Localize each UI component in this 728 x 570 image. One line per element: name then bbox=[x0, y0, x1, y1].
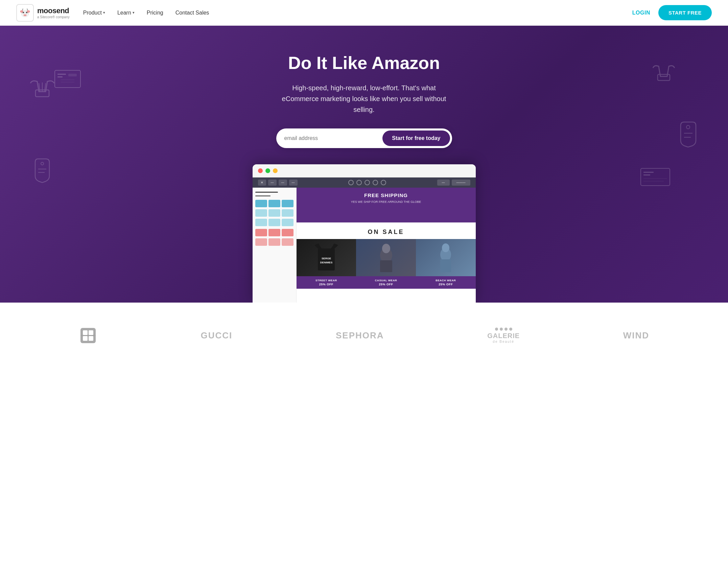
product-image-1: SERGE DENIMES bbox=[297, 239, 356, 276]
product-image-2 bbox=[356, 239, 416, 276]
brand-sephora: SEPHORA bbox=[336, 330, 384, 341]
product-card-2: CASUAL WEAR 25% OFF bbox=[356, 239, 416, 289]
svg-rect-43 bbox=[83, 330, 88, 335]
products-row: SERGE DENIMES STREET WEAR 25% OFF bbox=[297, 239, 476, 289]
email-shipping-title: FREE SHIPPING bbox=[301, 192, 471, 198]
editor-pill-1[interactable]: — bbox=[437, 180, 450, 186]
editor-top-right: — ——— bbox=[437, 180, 470, 186]
sidebar-block[interactable] bbox=[268, 209, 280, 217]
sidebar-row-2 bbox=[255, 209, 293, 217]
sidebar-block-pink[interactable] bbox=[268, 229, 280, 236]
product-card-3: BEACH WEAR 25% OFF bbox=[416, 239, 476, 289]
editor-top-left: ✕ — — — bbox=[258, 180, 298, 186]
svg-rect-46 bbox=[89, 336, 93, 341]
svg-text:DENIMES: DENIMES bbox=[320, 261, 333, 264]
svg-rect-11 bbox=[36, 90, 49, 97]
svg-line-14 bbox=[45, 83, 46, 92]
sidebar-block[interactable] bbox=[268, 200, 280, 207]
logo-sub: a Sitecore® company bbox=[37, 15, 70, 19]
editor-circles bbox=[348, 180, 386, 185]
product-caret-icon: ▾ bbox=[103, 10, 105, 15]
brands-section: GUCCI SEPHORA GALERIE de Beauté WIND bbox=[0, 303, 728, 369]
sidebar-block-pink[interactable] bbox=[282, 229, 293, 236]
sidebar-block-pink-light[interactable] bbox=[255, 238, 267, 246]
product-card-1: SERGE DENIMES STREET WEAR 25% OFF bbox=[297, 239, 356, 289]
svg-point-7 bbox=[27, 10, 30, 13]
svg-rect-37 bbox=[380, 260, 392, 272]
email-sale-title: ON SALE bbox=[297, 222, 476, 239]
editor-active-btn[interactable]: — bbox=[279, 180, 287, 186]
learn-caret-icon: ▾ bbox=[133, 10, 135, 15]
nav-right-actions: LOGIN START FREE bbox=[632, 5, 712, 20]
svg-rect-17 bbox=[57, 76, 63, 77]
nav-pricing[interactable]: Pricing bbox=[147, 10, 163, 16]
sidebar-block[interactable] bbox=[255, 219, 267, 226]
svg-point-8 bbox=[23, 14, 27, 16]
svg-rect-28 bbox=[641, 168, 670, 186]
brand-galerie-sub: de Beauté bbox=[487, 340, 520, 343]
email-shipping-sub: YES WE SHIP FOR FREE ARROUND THE GLOBE bbox=[301, 199, 471, 204]
sidebar-line-1 bbox=[255, 192, 278, 193]
brand-gucci: GUCCI bbox=[201, 330, 233, 341]
nav-learn[interactable]: Learn ▾ bbox=[117, 10, 135, 16]
product-label-2: CASUAL WEAR 25% OFF bbox=[356, 276, 416, 289]
email-preview: FREE SHIPPING YES WE SHIP FOR FREE ARROU… bbox=[297, 188, 476, 303]
sidebar-block[interactable] bbox=[255, 209, 267, 217]
editor-close-btn[interactable]: ✕ bbox=[258, 180, 266, 186]
sidebar-block[interactable] bbox=[255, 200, 267, 207]
editor-circle-1 bbox=[348, 180, 354, 185]
editor-active-btn2[interactable]: — bbox=[289, 180, 298, 186]
editor-pill-2[interactable]: ——— bbox=[452, 180, 470, 186]
product-label-1: STREET WEAR 25% OFF bbox=[297, 276, 356, 289]
sidebar-block-pink-light[interactable] bbox=[268, 238, 280, 246]
sidebar-row-4 bbox=[255, 229, 293, 236]
email-free-shipping-banner: FREE SHIPPING YES WE SHIP FOR FREE ARROU… bbox=[297, 188, 476, 222]
editor-sidebar bbox=[253, 188, 297, 303]
browser-bar bbox=[253, 164, 476, 177]
svg-rect-30 bbox=[643, 174, 650, 175]
sidebar-block-pink[interactable] bbox=[255, 229, 267, 236]
email-signup-form: Start for free today bbox=[276, 128, 452, 148]
sidebar-block[interactable] bbox=[282, 219, 293, 226]
svg-point-38 bbox=[382, 244, 390, 253]
svg-point-10 bbox=[25, 15, 26, 16]
browser-close-dot bbox=[258, 168, 263, 173]
email-input[interactable] bbox=[284, 132, 383, 145]
product-label-3: BEACH WEAR 25% OFF bbox=[416, 276, 476, 289]
hero-section: Do It Like Amazon High-speed, high-rewar… bbox=[0, 26, 728, 303]
sidebar-block[interactable] bbox=[282, 209, 293, 217]
editor-body: FREE SHIPPING YES WE SHIP FOR FREE ARROU… bbox=[253, 188, 476, 303]
logo-icon bbox=[16, 4, 34, 22]
editor-circle-3 bbox=[365, 180, 370, 185]
sidebar-row-5 bbox=[255, 238, 293, 246]
login-button[interactable]: LOGIN bbox=[632, 10, 650, 16]
product-image-3 bbox=[416, 239, 476, 276]
hero-headline: Do It Like Amazon bbox=[0, 53, 728, 73]
editor-minus-btn[interactable]: — bbox=[268, 180, 277, 186]
svg-point-6 bbox=[20, 10, 23, 13]
logo[interactable]: moosend a Sitecore® company bbox=[16, 4, 70, 22]
nav-product[interactable]: Product ▾ bbox=[83, 10, 105, 16]
svg-line-12 bbox=[39, 83, 40, 92]
svg-point-9 bbox=[24, 15, 25, 16]
sidebar-block-pink-light[interactable] bbox=[282, 238, 293, 246]
svg-point-22 bbox=[686, 125, 690, 129]
sidebar-row-1 bbox=[255, 200, 293, 207]
editor-circle-5 bbox=[381, 180, 386, 185]
email-editor-mockup: ✕ — — — — ——— bbox=[253, 164, 476, 303]
svg-rect-18 bbox=[68, 74, 77, 76]
browser-frame: ✕ — — — — ——— bbox=[253, 164, 476, 303]
cta-button[interactable]: Start for free today bbox=[382, 130, 450, 146]
nav-contact-sales[interactable]: Contact Sales bbox=[175, 10, 209, 16]
sidebar-block[interactable] bbox=[268, 219, 280, 226]
nav-links: Product ▾ Learn ▾ Pricing Contact Sales bbox=[83, 10, 209, 16]
editor-circle-2 bbox=[356, 180, 362, 185]
sidebar-row-3 bbox=[255, 219, 293, 226]
brand-dominos bbox=[79, 326, 97, 345]
start-free-button[interactable]: START FREE bbox=[658, 5, 712, 20]
browser-maximize-dot bbox=[273, 168, 278, 173]
logo-name: moosend bbox=[37, 6, 70, 15]
sidebar-block[interactable] bbox=[282, 200, 293, 207]
svg-rect-44 bbox=[89, 330, 93, 335]
svg-rect-45 bbox=[83, 336, 88, 341]
